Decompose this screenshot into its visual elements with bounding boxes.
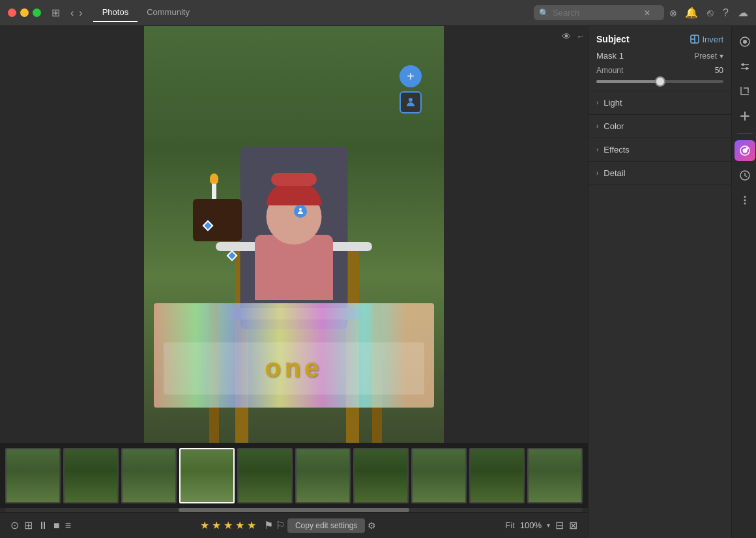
filmstrip-scrollbar-thumb[interactable] bbox=[179, 508, 409, 512]
svg-point-7 bbox=[742, 63, 744, 66]
star-3[interactable]: ★ bbox=[224, 519, 233, 531]
mask-tool-icon[interactable] bbox=[734, 140, 755, 161]
svg-point-8 bbox=[746, 67, 748, 70]
invert-button[interactable]: Invert bbox=[690, 35, 723, 44]
accordion-detail-header[interactable]: › Detail bbox=[589, 162, 731, 185]
mask-row: Mask 1 Preset ▾ bbox=[596, 51, 723, 61]
detail-chevron-icon: › bbox=[596, 170, 598, 177]
minimize-button[interactable] bbox=[20, 8, 29, 17]
history-icon[interactable] bbox=[734, 165, 755, 186]
toolbar-left: ⊙ ⊞ ⏸ ■ ≡ bbox=[10, 519, 71, 531]
amount-slider[interactable] bbox=[596, 80, 723, 83]
search-input[interactable] bbox=[553, 8, 644, 18]
toolbar-separator-1 bbox=[737, 133, 753, 134]
amount-value: 50 bbox=[715, 66, 723, 75]
sidebar-toggle[interactable]: ⊞ bbox=[51, 7, 60, 19]
add-mask-button[interactable]: + bbox=[400, 65, 422, 87]
filmstrip-item-3[interactable] bbox=[121, 448, 177, 503]
toolbar-center: ★ ★ ★ ★ ★ ⚑ ⚐ Copy edit settings ⚙ bbox=[79, 518, 497, 533]
accordion-effects-header[interactable]: › Effects bbox=[589, 138, 731, 161]
crop-icon[interactable] bbox=[734, 81, 755, 102]
slider-track bbox=[596, 80, 723, 83]
settings-icon[interactable]: ⚙ bbox=[368, 520, 376, 531]
list-icon[interactable]: ≡ bbox=[65, 520, 71, 531]
search-clear-icon[interactable]: ✕ bbox=[644, 8, 650, 18]
titlebar-tabs: Photos Community bbox=[93, 3, 199, 22]
accordion-detail: › Detail bbox=[589, 162, 731, 185]
accordion-color: › Color bbox=[589, 115, 731, 138]
tab-community[interactable]: Community bbox=[138, 3, 199, 22]
back-arrow-icon[interactable]: ← bbox=[576, 31, 585, 42]
canvas-top-controls: 👁 ← bbox=[562, 31, 588, 42]
pause-icon[interactable]: ⏸ bbox=[38, 520, 48, 531]
back-button[interactable]: ‹ bbox=[70, 7, 74, 19]
search-bar: 🔍 ✕ bbox=[534, 5, 664, 20]
accordion-color-header[interactable]: › Color bbox=[589, 115, 731, 138]
flag-outline-icon[interactable]: ⚐ bbox=[276, 519, 285, 531]
filmstrip-item-9[interactable] bbox=[469, 448, 525, 503]
tab-photos[interactable]: Photos bbox=[93, 3, 138, 22]
svg-point-13 bbox=[744, 196, 746, 198]
light-label: Light bbox=[603, 98, 622, 108]
share-icon[interactable]: ⎋ bbox=[707, 7, 714, 19]
flag-icon[interactable]: ⚑ bbox=[264, 519, 273, 531]
circle-icon[interactable]: ⊙ bbox=[10, 519, 19, 531]
star-4[interactable]: ★ bbox=[235, 519, 244, 531]
display-icon[interactable]: ⊟ bbox=[555, 519, 564, 531]
filmstrip-item-10[interactable] bbox=[527, 448, 583, 503]
filmstrip-item-1[interactable] bbox=[5, 448, 61, 503]
slider-fill bbox=[596, 80, 660, 83]
close-button[interactable] bbox=[8, 8, 16, 17]
color-chevron-icon: › bbox=[596, 123, 598, 130]
brush-tool-icon[interactable] bbox=[734, 31, 755, 52]
star-5[interactable]: ★ bbox=[247, 519, 256, 531]
nav-arrows: ‹ › bbox=[70, 7, 83, 19]
filmstrip-item-7[interactable] bbox=[353, 448, 409, 503]
heal-icon[interactable] bbox=[734, 106, 755, 127]
preset-button[interactable]: Preset ▾ bbox=[694, 52, 723, 61]
maximize-button[interactable] bbox=[33, 8, 41, 17]
svg-point-1 bbox=[299, 208, 302, 211]
filmstrip-item-5[interactable] bbox=[237, 448, 293, 503]
more-icon[interactable] bbox=[734, 190, 755, 211]
titlebar-right: 🔔 ⎋ ? ☁ bbox=[685, 7, 748, 19]
star-1[interactable]: ★ bbox=[200, 519, 209, 531]
svg-point-0 bbox=[409, 98, 413, 102]
filmstrip-item-8[interactable] bbox=[411, 448, 467, 503]
invert-icon bbox=[690, 35, 699, 44]
forward-button[interactable]: › bbox=[79, 7, 82, 19]
help-icon[interactable]: ? bbox=[723, 7, 729, 19]
star-2[interactable]: ★ bbox=[212, 519, 221, 531]
filmstrip-scrollbar[interactable] bbox=[5, 508, 583, 512]
titlebar: ⊞ ‹ › Photos Community 🔍 ✕ ⊗ 🔔 ⎋ ? ☁ bbox=[0, 0, 756, 26]
svg-point-14 bbox=[744, 200, 746, 202]
person-mask-button[interactable] bbox=[400, 91, 422, 113]
visibility-icon[interactable]: 👁 bbox=[562, 31, 571, 42]
filmstrip-item-4[interactable] bbox=[179, 448, 235, 503]
amount-label: Amount bbox=[596, 66, 715, 75]
preset-chevron-icon: ▾ bbox=[720, 52, 723, 61]
main-photo[interactable]: one bbox=[144, 26, 444, 443]
mask-name: Mask 1 bbox=[596, 51, 624, 61]
mask-panel-header: Subject Invert bbox=[596, 34, 723, 44]
main-content: 👁 ← + bbox=[0, 26, 756, 538]
filmstrip-item-2[interactable] bbox=[63, 448, 119, 503]
grid-icon[interactable]: ⊞ bbox=[24, 519, 33, 531]
accordion-light-header[interactable]: › Light bbox=[589, 91, 731, 114]
cloud-icon[interactable]: ☁ bbox=[738, 7, 748, 19]
filter-icon[interactable]: ⊗ bbox=[669, 8, 677, 18]
compare-icon[interactable]: ⊠ bbox=[569, 519, 577, 531]
zoom-chevron-icon[interactable]: ▾ bbox=[547, 522, 550, 529]
effects-label: Effects bbox=[603, 145, 630, 155]
adjustments-icon[interactable] bbox=[734, 56, 755, 77]
svg-point-4 bbox=[743, 40, 747, 44]
copy-edit-button[interactable]: Copy edit settings bbox=[287, 518, 365, 533]
overlay-person-dot[interactable] bbox=[294, 205, 307, 218]
accordion-light: › Light bbox=[589, 91, 731, 115]
color-label: Color bbox=[603, 121, 624, 131]
slider-thumb[interactable] bbox=[655, 76, 665, 87]
filmstrip-item-6[interactable] bbox=[295, 448, 351, 503]
square-icon[interactable]: ■ bbox=[53, 520, 60, 531]
toolbar-right: Fit 100% ▾ ⊟ ⊠ bbox=[505, 519, 577, 531]
notification-icon[interactable]: 🔔 bbox=[685, 7, 698, 19]
